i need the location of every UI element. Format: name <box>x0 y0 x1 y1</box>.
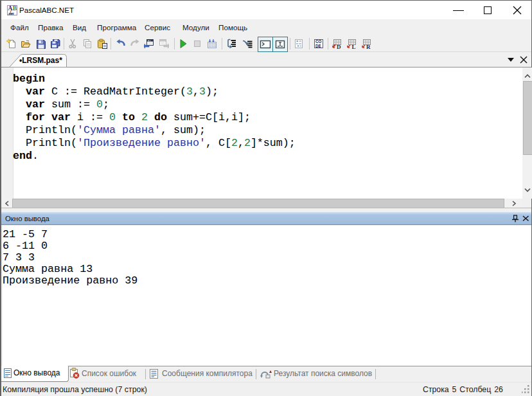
svg-text:.net: .net <box>8 12 13 15</box>
svg-text:D: D <box>337 44 341 50</box>
svg-text:L: L <box>352 44 356 50</box>
svg-text:R: R <box>366 44 371 50</box>
svg-text:DE: DE <box>315 44 321 48</box>
